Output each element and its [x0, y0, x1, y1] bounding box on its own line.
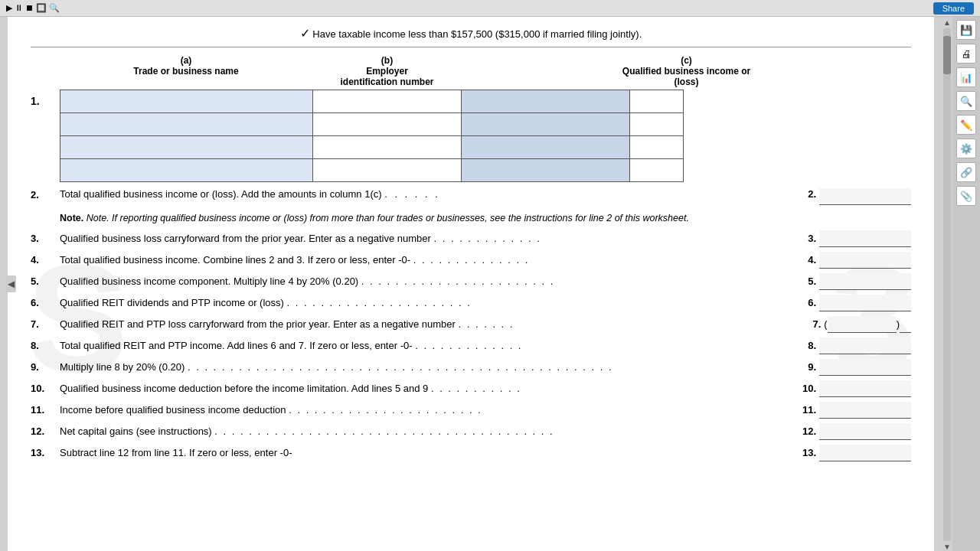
line-10-number: 10. — [31, 383, 60, 394]
line-4: 4. Total qualified business income. Comb… — [31, 252, 911, 269]
table-row[interactable] — [60, 159, 684, 182]
line-2-text: Total qualified business income or (loss… — [60, 188, 382, 200]
line-6-input[interactable] — [819, 295, 911, 311]
line-6-number: 6. — [31, 297, 60, 308]
scrollbar[interactable]: ▲ ▼ — [942, 17, 952, 551]
line-3-dots: . . . . . . . . . . . . . — [433, 233, 541, 244]
sidebar-link-icon[interactable]: 🔗 — [956, 162, 976, 182]
checkmark-icon: ✓ — [300, 27, 310, 40]
td-qbi-2b[interactable] — [630, 113, 684, 136]
line-4-input[interactable] — [819, 252, 911, 269]
td-ein-2[interactable] — [312, 113, 462, 136]
td-qbi-1b[interactable] — [630, 90, 684, 113]
sidebar-save-icon[interactable]: 💾 — [956, 20, 976, 40]
td-business-name-3[interactable] — [60, 136, 313, 159]
td-qbi-3[interactable] — [462, 136, 630, 159]
line-5-input[interactable] — [819, 273, 911, 290]
line-12-number: 12. — [31, 425, 60, 437]
td-business-name-1[interactable] — [60, 90, 313, 113]
line-10-input[interactable] — [819, 380, 911, 397]
line-7-dots: . . . . . . . — [459, 318, 514, 330]
line-7-text: Qualified REIT and PTP loss carryforward… — [60, 318, 456, 330]
note-label: Note. — [60, 213, 87, 223]
td-qbi-1[interactable] — [462, 90, 630, 113]
line-3-ref: 3. — [808, 233, 819, 244]
sidebar-chart-icon[interactable]: 📊 — [956, 67, 976, 87]
line-2-input[interactable] — [819, 188, 911, 205]
scroll-up-arrow[interactable]: ▲ — [943, 18, 951, 27]
col-a-sublabel: Trade or business name — [60, 66, 312, 77]
line-9-ref: 9. — [808, 361, 819, 373]
line-7: 7. Qualified REIT and PTP loss carryforw… — [31, 316, 911, 333]
table-row[interactable] — [60, 136, 684, 159]
line-12-text: Net capital gains (see instructions) — [60, 425, 212, 437]
taxable-note-text: Have taxable income less than $157,500 (… — [312, 28, 642, 40]
td-qbi-4b[interactable] — [630, 159, 684, 182]
section1-table — [60, 90, 684, 182]
sidebar-print-icon[interactable]: 🖨 — [956, 44, 976, 64]
line-8: 8. Total qualified REIT and PTP income. … — [31, 337, 911, 354]
td-qbi-2[interactable] — [462, 113, 630, 136]
col-c-header: (c) Qualified business income or(loss) — [462, 55, 911, 87]
scroll-thumb[interactable] — [943, 36, 951, 74]
share-button[interactable]: Share — [933, 2, 974, 15]
line-1-number: 1. — [31, 55, 60, 182]
line-10-text: Qualified business income deduction befo… — [60, 383, 428, 394]
td-qbi-4[interactable] — [462, 159, 630, 182]
line-7-input[interactable] — [828, 316, 897, 333]
line-2-number: 2. — [31, 188, 60, 201]
td-business-name-4[interactable] — [60, 159, 313, 182]
line-10: 10. Qualified business income deduction … — [31, 380, 911, 397]
td-ein-1[interactable] — [312, 90, 462, 113]
collapse-panel-arrow[interactable]: ◀ — [6, 276, 16, 292]
col-a-label: (a) — [60, 55, 312, 66]
line-9-dots: . . . . . . . . . . . . . . . . . . . . … — [188, 361, 613, 373]
line-11-input[interactable] — [819, 402, 911, 419]
col-b-label: (b) — [312, 55, 462, 66]
line-2-dots: . . . . . . — [384, 188, 440, 200]
line-13-ref: 13. — [802, 447, 819, 458]
td-ein-4[interactable] — [312, 159, 462, 182]
sidebar-edit-icon[interactable]: ✏️ — [956, 115, 976, 135]
td-ein-3[interactable] — [312, 136, 462, 159]
line-4-text: Total qualified business income. Combine… — [60, 254, 410, 266]
line-2-ref: 2. — [808, 188, 819, 200]
line-11: 11. Income before qualified business inc… — [31, 402, 911, 419]
line-11-ref: 11. — [802, 404, 819, 416]
toolbar-icons: ▶ ⏸ ⏹ 🔲 🔍 — [6, 3, 60, 13]
line-11-number: 11. — [31, 404, 60, 416]
line-13-text: Subtract line 12 from line 11. If zero o… — [60, 447, 292, 458]
line-11-dots: . . . . . . . . . . . . . . . . . . . . … — [289, 404, 482, 416]
line-2-note: Note. Note. If reporting qualified busin… — [60, 211, 911, 226]
td-business-name-2[interactable] — [60, 113, 313, 136]
sidebar-settings-icon[interactable]: ⚙️ — [956, 139, 976, 158]
line-4-number: 4. — [31, 254, 60, 266]
sidebar-search-icon[interactable]: 🔍 — [956, 91, 976, 111]
line-7-number: 7. — [31, 318, 60, 330]
line-7-ref: 7. — [812, 318, 824, 330]
sidebar-attach-icon[interactable]: 📎 — [956, 186, 976, 206]
line-13-number: 13. — [31, 447, 60, 458]
line-6-ref: 6. — [808, 297, 819, 308]
line-13-input[interactable] — [819, 445, 911, 461]
line-12-input[interactable] — [819, 423, 911, 440]
scroll-track — [943, 28, 951, 541]
line-5: 5. Qualified business income component. … — [31, 273, 911, 290]
line-8-input[interactable] — [819, 337, 911, 354]
table-row[interactable] — [60, 113, 684, 136]
line-5-number: 5. — [31, 276, 60, 287]
line-6-dots: . . . . . . . . . . . . . . . . . . . . … — [287, 297, 472, 308]
note-text: Note. If reporting qualified business in… — [87, 213, 689, 223]
line-4-ref: 4. — [808, 254, 819, 266]
line-9-number: 9. — [31, 361, 60, 373]
line-12: 12. Net capital gains (see instructions)… — [31, 423, 911, 440]
line-5-text: Qualified business income component. Mul… — [60, 276, 358, 287]
line-3-input[interactable] — [819, 230, 911, 247]
line-9-input[interactable] — [819, 359, 911, 376]
scroll-down-arrow[interactable]: ▼ — [943, 543, 951, 551]
line-11-text: Income before qualified business income … — [60, 404, 286, 416]
table-row[interactable] — [60, 90, 684, 113]
col-b-sublabel: Employeridentification number — [312, 66, 462, 87]
td-qbi-3b[interactable] — [630, 136, 684, 159]
line-12-dots: . . . . . . . . . . . . . . . . . . . . … — [214, 425, 554, 437]
